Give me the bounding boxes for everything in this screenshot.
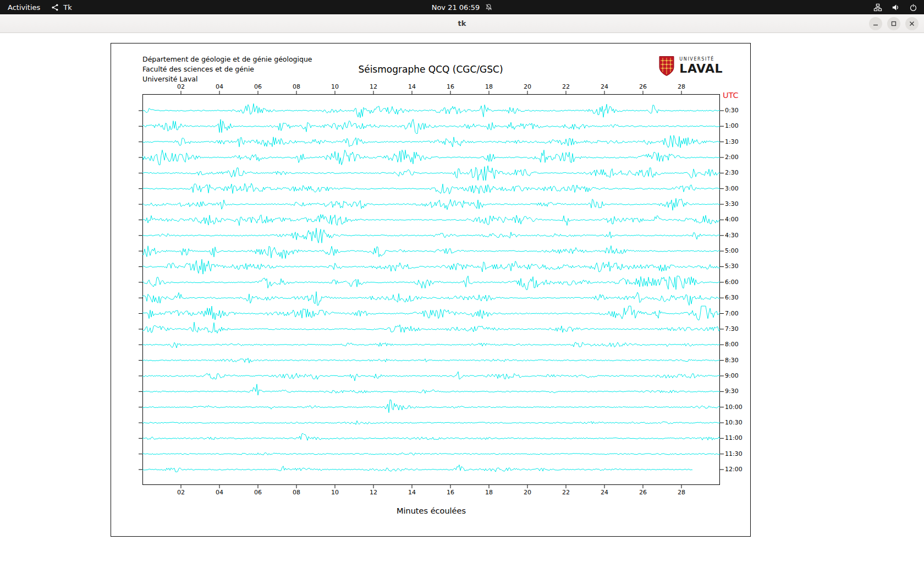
row-time-label: 11:30 xyxy=(725,450,743,457)
row-time-label: 7:00 xyxy=(725,310,739,317)
clock-label: Nov 21 06:59 xyxy=(432,3,480,12)
institution-line-1: Département de géologie et de génie géol… xyxy=(142,54,312,64)
row-time-label: 3:00 xyxy=(725,185,739,192)
seismogram-trace xyxy=(142,276,720,290)
row-time-label: 5:00 xyxy=(725,247,739,254)
seismogram-trace xyxy=(142,103,720,118)
xtick-label-bottom: 06 xyxy=(251,489,265,496)
gnome-top-bar: Activities Tk Nov 21 06:59 xyxy=(0,0,924,14)
logo-laval-text: LAVAL xyxy=(679,63,723,75)
seismogram-trace xyxy=(142,292,720,306)
row-time-label: 8:30 xyxy=(725,357,739,364)
xtick-label-bottom: 20 xyxy=(520,489,535,496)
close-button[interactable] xyxy=(905,17,919,30)
row-time-label: 3:30 xyxy=(725,200,739,208)
seismogram-trace xyxy=(142,358,720,363)
xtick-label-top: 18 xyxy=(482,83,496,90)
xtick-label-bottom: 02 xyxy=(174,489,188,496)
seismogram-trace xyxy=(142,322,720,333)
seismogram-trace xyxy=(142,150,720,165)
row-time-label: 11:00 xyxy=(725,434,743,441)
seismogram-trace xyxy=(142,166,720,181)
seismogram-trace xyxy=(142,372,720,381)
plot-title: Séismographe QCQ (CGC/GSC) xyxy=(111,64,750,75)
app-menu[interactable]: Tk xyxy=(51,0,72,14)
seismogram-trace xyxy=(142,434,720,441)
row-time-label: 7:30 xyxy=(725,325,739,332)
row-time-label: 4:00 xyxy=(725,216,739,223)
xtick-label-bottom: 24 xyxy=(597,489,612,496)
app-menu-label: Tk xyxy=(63,3,72,12)
activities-button[interactable]: Activities xyxy=(8,0,40,14)
x-axis-title: Minutes écoulées xyxy=(142,506,720,515)
universite-laval-logo: UNIVERSITÉ LAVAL xyxy=(658,56,723,77)
row-time-label: 1:30 xyxy=(725,138,739,145)
seismogram-trace xyxy=(142,198,720,210)
xtick-label-bottom: 26 xyxy=(636,489,650,496)
window-title-bar[interactable]: tk xyxy=(0,14,924,33)
seismogram-trace xyxy=(142,421,720,424)
activities-label: Activities xyxy=(8,3,40,12)
row-time-label: 6:00 xyxy=(725,279,739,286)
xtick-label-bottom: 28 xyxy=(674,489,689,496)
seismogram-plot xyxy=(142,94,720,485)
row-time-label: 6:30 xyxy=(725,294,739,301)
row-time-label: 2:30 xyxy=(725,169,739,176)
clock-menu[interactable]: Nov 21 06:59 xyxy=(432,0,493,14)
seismogram-trace xyxy=(142,215,720,226)
xtick-label-bottom: 04 xyxy=(212,489,227,496)
seismogram-trace xyxy=(142,465,692,472)
xtick-label-top: 20 xyxy=(520,83,535,90)
logo-universite-text: UNIVERSITÉ xyxy=(679,57,723,62)
row-time-label: 1:00 xyxy=(725,122,739,129)
xtick-label-bottom: 14 xyxy=(405,489,419,496)
seismogram-trace xyxy=(142,135,720,148)
xtick-label-bottom: 12 xyxy=(366,489,381,496)
row-time-label: 9:00 xyxy=(725,372,739,379)
xtick-label-bottom: 08 xyxy=(289,489,304,496)
seismogram-trace xyxy=(142,306,720,320)
xtick-label-top: 16 xyxy=(443,83,458,90)
row-time-label: 8:00 xyxy=(725,341,739,348)
row-time-label: 0:30 xyxy=(725,107,739,114)
seismogram-trace xyxy=(142,259,720,274)
row-time-label: 10:00 xyxy=(725,403,743,411)
tk-window-content: Département de géologie et de génie géol… xyxy=(0,33,924,578)
xtick-label-top: 14 xyxy=(405,83,419,90)
xtick-label-bottom: 16 xyxy=(443,489,458,496)
row-time-label: 9:30 xyxy=(725,388,739,395)
seismogram-trace xyxy=(142,342,720,348)
network-icon[interactable] xyxy=(873,3,882,12)
xtick-label-top: 24 xyxy=(597,83,612,90)
xtick-label-bottom: 18 xyxy=(482,489,496,496)
tk-app-icon xyxy=(51,3,59,12)
seismogram-trace xyxy=(142,452,720,455)
power-icon[interactable] xyxy=(909,3,917,12)
row-time-label: 4:30 xyxy=(725,232,739,239)
row-time-label: 12:00 xyxy=(725,466,743,473)
row-time-label: 5:30 xyxy=(725,263,739,270)
xtick-label-bottom: 22 xyxy=(559,489,573,496)
seismogram-trace xyxy=(142,183,720,194)
notifications-muted-icon xyxy=(485,3,492,11)
xtick-label-top: 22 xyxy=(559,83,573,90)
xtick-label-top: 26 xyxy=(636,83,650,90)
window-title: tk xyxy=(458,19,466,28)
seismograph-canvas: Département de géologie et de génie géol… xyxy=(111,43,751,537)
xtick-label-top: 28 xyxy=(674,83,689,90)
volume-icon[interactable] xyxy=(892,3,900,12)
xtick-label-top: 12 xyxy=(366,83,381,90)
seismogram-trace xyxy=(142,246,720,258)
row-time-label: 10:30 xyxy=(725,419,743,426)
maximize-button[interactable] xyxy=(887,17,900,30)
minimize-button[interactable] xyxy=(869,17,882,30)
seismogram-trace xyxy=(142,119,720,134)
seismogram-trace xyxy=(142,384,720,395)
xtick-label-top: 10 xyxy=(328,83,342,90)
seismogram-trace xyxy=(142,228,720,243)
seismogram-trace xyxy=(142,400,720,413)
xtick-label-bottom: 10 xyxy=(328,489,342,496)
laval-shield-icon xyxy=(658,56,675,77)
row-time-label: 2:00 xyxy=(725,154,739,161)
institution-line-3: Université Laval xyxy=(142,74,312,84)
